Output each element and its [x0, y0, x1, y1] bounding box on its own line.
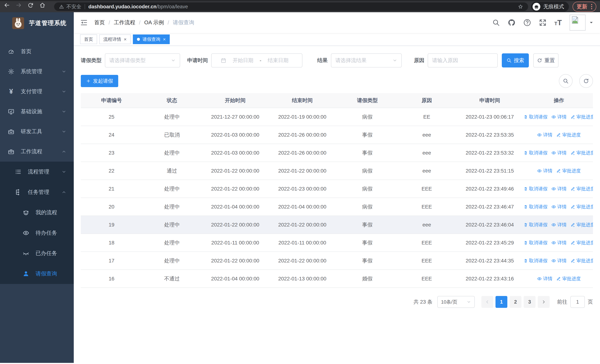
sidebar-item-label: 工作流程 — [21, 148, 42, 155]
sidebar-item-system[interactable]: 系统管理 — [0, 62, 74, 82]
cancel-action-link[interactable]: 取消请假 — [525, 258, 547, 264]
detail-action-link[interactable]: 详情 — [551, 150, 567, 156]
font-size-icon[interactable]: TT — [554, 19, 562, 26]
progress-action-link[interactable]: 审批进度 — [570, 222, 593, 228]
breadcrumb-separator: / — [168, 20, 169, 26]
sidebar-item-workflow[interactable]: 工作流程 — [0, 142, 74, 162]
sidebar-item-devtools[interactable]: 研发工具 — [0, 121, 74, 142]
forward-icon[interactable] — [16, 2, 25, 11]
home-icon[interactable] — [39, 2, 48, 11]
reset-button[interactable]: 重置 — [533, 53, 559, 67]
cell-id: 21 — [81, 180, 142, 198]
sidebar-menu: 首页系统管理¥支付管理基础设施研发工具工作流程流程管理任务管理我的流程待办任务已… — [0, 42, 74, 284]
list-icon — [15, 168, 21, 175]
progress-action-link[interactable]: 审批进度 — [570, 114, 593, 120]
progress-action-link[interactable]: 审批进度 — [570, 240, 593, 246]
page-button-1[interactable]: 1 — [496, 296, 507, 308]
fullscreen-icon[interactable] — [539, 19, 547, 27]
tab-请假查询[interactable]: 请假查询× — [133, 35, 170, 44]
refresh-table-button[interactable] — [579, 74, 593, 88]
url-bar[interactable]: 不安全 dashboard.yudao.iocoder.cn/bpm/oa/le… — [54, 2, 528, 11]
progress-action-link[interactable]: 审批进度 — [570, 150, 593, 156]
leave-type-select[interactable]: 请选择请假类型 — [105, 53, 180, 67]
cancel-action-link[interactable]: 取消请假 — [525, 150, 547, 156]
avatar[interactable] — [570, 15, 586, 31]
browser-menu-icon[interactable] — [591, 4, 592, 9]
detail-action-link[interactable]: 详情 — [551, 186, 567, 192]
tab-close-icon[interactable]: × — [163, 37, 166, 42]
prev-page-button[interactable] — [481, 296, 493, 308]
cell-start-time: 2022-01-03 00:00:00 — [202, 144, 269, 162]
search-icon[interactable] — [492, 19, 500, 27]
caret-down-icon[interactable] — [589, 20, 594, 25]
tab-首页[interactable]: 首页 — [80, 35, 97, 44]
end-date-input[interactable] — [263, 57, 293, 63]
sidebar-item-leave-query[interactable]: 请假查询 — [0, 263, 74, 284]
sidebar-item-todo-tasks[interactable]: 待办任务 — [0, 223, 74, 243]
breadcrumb-item[interactable]: 工作流程 — [114, 19, 135, 26]
next-page-button[interactable] — [538, 296, 550, 308]
breadcrumb-item[interactable]: 首页 — [94, 19, 105, 26]
help-icon[interactable] — [523, 19, 531, 27]
table-row: 21处理中2022-01-22 00:00:002022-01-23 00:00… — [81, 180, 593, 198]
sidebar-item-process-mgmt[interactable]: 流程管理 — [0, 162, 74, 182]
eye-icon — [23, 230, 29, 236]
page-size-select[interactable]: 10条/页 — [437, 296, 475, 308]
cancel-action-link[interactable]: 取消请假 — [525, 240, 547, 246]
search-button[interactable]: 搜索 — [502, 53, 529, 67]
sidebar-toggle-icon[interactable] — [80, 19, 88, 27]
tab-close-icon[interactable]: × — [124, 37, 127, 42]
sidebar-item-infrastructure[interactable]: 基础设施 — [0, 102, 74, 121]
cell-status: 处理中 — [142, 198, 202, 216]
detail-action-link[interactable]: 详情 — [551, 240, 567, 246]
github-icon[interactable] — [508, 19, 516, 27]
show-search-button[interactable] — [559, 74, 572, 88]
detail-action-link[interactable]: 详情 — [537, 132, 552, 138]
edit-icon — [570, 114, 575, 119]
sidebar-item-payment[interactable]: ¥支付管理 — [0, 82, 74, 102]
tab-流程详情[interactable]: 流程详情× — [99, 35, 131, 44]
reload-icon[interactable] — [28, 2, 37, 11]
sidebar-item-done-tasks[interactable]: 已办任务 — [0, 243, 74, 263]
detail-action-link[interactable]: 详情 — [551, 114, 567, 120]
detail-action-link[interactable]: 详情 — [551, 222, 567, 228]
sidebar-item-task-mgmt[interactable]: 任务管理 — [0, 182, 74, 202]
page-buttons: 123 — [496, 296, 535, 308]
breadcrumb-item[interactable]: OA 示例 — [144, 19, 164, 26]
result-select[interactable]: 请选择流结果 — [331, 53, 402, 67]
create-leave-button[interactable]: 发起请假 — [81, 75, 118, 87]
cancel-action-link[interactable]: 取消请假 — [525, 114, 547, 120]
apply-time-range[interactable]: - — [211, 53, 302, 67]
cell-actions: 取消请假详情审批进度 — [525, 252, 593, 270]
chevron-down-icon — [62, 169, 66, 174]
detail-action-link[interactable]: 详情 — [551, 258, 567, 264]
back-icon[interactable] — [4, 2, 13, 11]
detail-action-link[interactable]: 详情 — [537, 276, 552, 282]
sidebar-item-home[interactable]: 首页 — [0, 42, 74, 62]
chevron-down-icon — [467, 300, 471, 304]
cancel-action-link[interactable]: 取消请假 — [525, 222, 547, 228]
progress-action-link[interactable]: 审批进度 — [556, 132, 581, 138]
trash-icon — [525, 240, 527, 245]
progress-action-link[interactable]: 审批进度 — [570, 204, 593, 210]
goto-page-input[interactable] — [570, 296, 585, 308]
edit-icon — [570, 205, 575, 209]
progress-action-link[interactable]: 审批进度 — [556, 168, 581, 174]
reason-input[interactable] — [428, 54, 497, 67]
app-logo: 芋道管理系统 — [0, 12, 74, 34]
page-button-2[interactable]: 2 — [510, 296, 521, 308]
cancel-action-link[interactable]: 取消请假 — [525, 186, 547, 192]
user-menu[interactable] — [570, 15, 594, 31]
start-date-input[interactable] — [228, 57, 258, 63]
progress-action-link[interactable]: 审批进度 — [570, 258, 593, 264]
detail-action-link[interactable]: 详情 — [551, 204, 567, 210]
cell-id: 19 — [81, 216, 142, 234]
progress-action-link[interactable]: 审批进度 — [556, 276, 581, 282]
bookmark-star-icon[interactable] — [518, 4, 523, 9]
sidebar-item-my-process[interactable]: 我的流程 — [0, 202, 74, 223]
cancel-action-link[interactable]: 取消请假 — [525, 204, 547, 210]
update-button[interactable]: 更新 — [572, 2, 596, 12]
page-button-3[interactable]: 3 — [524, 296, 535, 308]
detail-action-link[interactable]: 详情 — [537, 168, 552, 174]
progress-action-link[interactable]: 审批进度 — [570, 186, 593, 192]
